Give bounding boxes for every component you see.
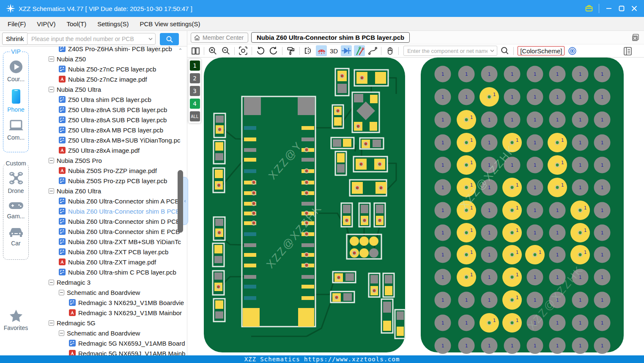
- tree-item[interactable]: Nubia Z50S Pro-zzp PCB layer.pcb: [59, 176, 167, 186]
- sidebar-item-game[interactable]: Gam...: [3, 200, 28, 220]
- tree-item[interactable]: Redmagic 5G NX659J_V1AMB Board: [69, 338, 185, 348]
- zoom-in-icon[interactable]: [207, 45, 218, 56]
- tree-item[interactable]: Nubia Z50-z7nCz image.pdf: [59, 74, 147, 84]
- tree-collapse-icon[interactable]: [49, 158, 54, 163]
- close-all-tabs-icon[interactable]: [631, 33, 640, 42]
- flip-horizontal-icon[interactable]: [303, 45, 314, 56]
- tree-item[interactable]: Z50 Ultra-z8xA MB PCB layer.pcb: [59, 125, 163, 135]
- rotate-left-icon[interactable]: [255, 45, 266, 56]
- tree-item[interactable]: Nubia Z60 Ultra-Connector shim E PCB: [59, 226, 180, 236]
- view-3d-button[interactable]: 3D: [329, 47, 339, 55]
- maximize-button[interactable]: [615, 0, 628, 17]
- tree-collapse-icon[interactable]: [49, 87, 54, 92]
- paint-roller-icon[interactable]: [285, 45, 296, 56]
- license-briefcase-icon[interactable]: [583, 0, 595, 17]
- layer-button-4[interactable]: 4: [190, 99, 200, 109]
- zoom-out-icon[interactable]: [220, 45, 231, 56]
- svg-text:1: 1: [556, 321, 559, 325]
- color-scheme-button[interactable]: [ColorScheme]: [518, 46, 565, 55]
- tree-item[interactable]: Redmagic 3 NX629J_V1MB Boardvie: [69, 297, 184, 308]
- lamp-icon[interactable]: [316, 45, 327, 56]
- pcb-viewport[interactable]: 1234ALL XZZ@YXZZ@XZZHK111111111111111111…: [187, 58, 644, 355]
- tree-item-label: Redmagic 3: [57, 279, 90, 286]
- sidebar-item-favorites[interactable]: Favorites: [0, 309, 32, 331]
- layer-button-all[interactable]: ALL: [190, 111, 200, 121]
- tree-item[interactable]: Schematic and Boardview: [59, 287, 140, 297]
- diode-icon[interactable]: [341, 45, 352, 56]
- tree-item-label: Nubia Z60 Ultra-shim C PCB layer.pcb: [68, 269, 176, 276]
- tree-item[interactable]: Nubia Z50: [49, 54, 86, 64]
- tree-item[interactable]: Nubia Z60 Ultra-Connector shim D PCB: [59, 216, 180, 226]
- tree-collapse-icon[interactable]: [49, 56, 54, 62]
- tree-collapse-icon[interactable]: [49, 320, 54, 326]
- minimize-button[interactable]: [603, 0, 615, 17]
- tree-item[interactable]: Nubia Z60 Ultra-ZXT image.pdf: [59, 257, 156, 267]
- tree-item[interactable]: Nubia Z60 Ultra-shim C PCB layer.pcb: [59, 267, 176, 277]
- member-center-button[interactable]: Member Center: [191, 33, 248, 43]
- layer-button-2[interactable]: 2: [190, 73, 200, 83]
- close-button[interactable]: [628, 0, 641, 17]
- net-search-input[interactable]: [403, 46, 497, 56]
- layer-button-1[interactable]: 1: [190, 60, 200, 71]
- tree-item[interactable]: Redmagic 5G: [49, 318, 96, 328]
- left-pcb-board[interactable]: XZZ@YXZZ@XZZHK: [204, 58, 405, 352]
- tree-item[interactable]: Nubia Z60 Ultra: [49, 186, 101, 196]
- active-pcb-tab[interactable]: Nubia Z60 Ultra-Connector shim B PCB lay…: [251, 32, 410, 43]
- tree-item[interactable]: Z50 Ultra-z8xA image.pdf: [59, 145, 140, 155]
- pcb-canvas[interactable]: XZZ@YXZZ@XZZHK11111111111111111111111111…: [187, 58, 644, 355]
- tree-item[interactable]: Nubia Z60 Ultra-ZXT MB+SUB YiDianTc: [59, 236, 181, 247]
- tree-item[interactable]: Z50 Ultra shim PCB layer.pcb: [59, 94, 151, 104]
- tree-item[interactable]: Redmagic 5G NX659J_V1AMB Mainb: [69, 348, 185, 355]
- split-view-icon[interactable]: [190, 45, 201, 56]
- layer-button-3[interactable]: 3: [190, 86, 200, 96]
- menu-item-settingss[interactable]: Settings(S): [97, 20, 129, 28]
- tree-scrollbar-thumb[interactable]: [178, 170, 183, 233]
- tree-item[interactable]: Nubia Z50-z7nC PCB layer.pcb: [59, 64, 156, 74]
- sidebar-item-course[interactable]: Cour...: [3, 60, 28, 82]
- tree-collapse-icon[interactable]: [59, 290, 64, 295]
- layer-list-panel-icon[interactable]: [623, 46, 633, 56]
- rotate-right-icon[interactable]: [268, 45, 279, 56]
- menu-item-filef[interactable]: File(F): [8, 20, 26, 28]
- tree-item[interactable]: Z50 Ultra-z8nA SUB PCB layer.pcb: [59, 104, 167, 115]
- tree-item[interactable]: Z50 Ultra-z8xA MB+SUB YiDianTong.pc: [59, 135, 181, 145]
- sidebar-item-car[interactable]: Car: [3, 226, 28, 247]
- menu-item-toolt[interactable]: Tool(T): [67, 20, 87, 28]
- fit-screen-icon[interactable]: [238, 45, 249, 56]
- model-search-button[interactable]: [160, 33, 179, 45]
- pdf-file-icon: [69, 350, 76, 355]
- sidebar-item-computer[interactable]: Com...: [3, 119, 28, 141]
- tree-collapse-icon[interactable]: [59, 330, 64, 336]
- tree-item[interactable]: Nubia Z60 Ultra-Connector shim A PCB: [59, 196, 179, 206]
- tree-item[interactable]: Nubia Z50S Pro-ZZP image.pdf: [59, 165, 157, 176]
- pcb-file-icon: [59, 218, 66, 225]
- tree-item[interactable]: Redmagic 3 NX629J_V1MB Mainbor: [69, 308, 182, 318]
- svg-text:1: 1: [601, 95, 603, 99]
- tree-item[interactable]: Nubia Z50 Ultra: [49, 84, 101, 94]
- tree-item[interactable]: Nubia Z60 Ultra-Connector shim B PCB: [59, 206, 180, 216]
- model-search-input[interactable]: [27, 33, 156, 45]
- mouse-icon[interactable]: [384, 45, 395, 56]
- tree-item[interactable]: Nubia Z50S Pro: [49, 155, 102, 165]
- measure-probes-icon[interactable]: [354, 45, 365, 56]
- curve-tool-icon[interactable]: [367, 45, 378, 56]
- right-pcb-board[interactable]: 1111111111111111111111111111111111111111…: [421, 58, 624, 354]
- tree-collapse-icon[interactable]: [49, 280, 54, 285]
- tree-collapse-icon[interactable]: [49, 188, 54, 194]
- tree-scroll-up-icon[interactable]: ⌃: [178, 47, 183, 54]
- collapse-panel-handle[interactable]: ‹: [182, 177, 188, 225]
- tree-item[interactable]: Schematic and Boardview: [59, 328, 140, 338]
- net-search-icon[interactable]: [499, 45, 510, 56]
- svg-text:1: 1: [579, 321, 581, 325]
- eye-icon[interactable]: [567, 45, 578, 56]
- shrink-button[interactable]: Shrink: [2, 33, 28, 45]
- tree-item[interactable]: Nubia Z60 Ultra-ZXT PCB layer.pcb: [59, 247, 168, 257]
- sidebar-item-phone[interactable]: Phone: [3, 88, 28, 113]
- menu-item-pcbviewsettingss[interactable]: PCB View settings(S): [140, 20, 200, 28]
- menu-item-vipv[interactable]: VIP(V): [37, 20, 55, 28]
- tree-item[interactable]: Redmagic 3: [49, 277, 90, 287]
- tree-item[interactable]: Z50 Ultra-z8sA SUB PCB layer.pcb: [59, 115, 167, 125]
- tree-item[interactable]: Z40S Pro-Z6HA shim- PCB layer.pcb: [59, 47, 172, 54]
- svg-text:1: 1: [534, 185, 536, 190]
- sidebar-item-drone[interactable]: Drone: [3, 170, 28, 194]
